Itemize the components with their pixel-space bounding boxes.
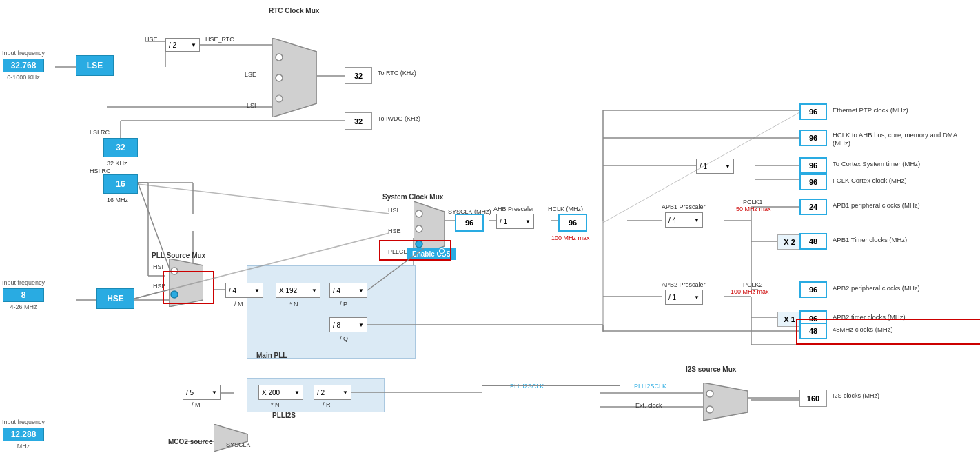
pll-q-label: / Q [340,335,348,342]
svg-point-70 [706,406,713,413]
plli2s-m-label: / M [192,401,201,408]
ext-clock-label: Ext. clock [635,402,662,409]
chevron-down-icon: ▼ [358,288,364,294]
chevron-down-icon: ▼ [312,288,317,294]
svg-marker-65 [169,259,203,307]
mco2-sysclk-label: SYSCLK [226,441,251,448]
pll-src-hse: HSE [153,283,166,290]
svg-line-81 [138,184,389,214]
pll-n-label: * N [289,301,298,308]
plli2sclk-line [482,385,620,386]
hse-rtc-label: HSE_RTC [205,36,234,43]
lse-freq-label: Input frequency [2,50,45,57]
hsi-rc-freq: 16 MHz [107,197,128,203]
svg-line-76 [134,290,170,299]
chevron-down-icon: ▼ [294,390,300,396]
rtc-mux-svg [272,38,317,117]
svg-point-64 [416,241,422,248]
svg-point-59 [276,74,283,81]
pll-m-selector[interactable]: / 4 ▼ [225,283,263,298]
apb1-prescaler-selector[interactable]: / 4 ▼ [665,212,703,228]
svg-point-60 [276,95,283,102]
apb1-timer-desc: APB1 Timer clocks (MHz) [833,236,907,243]
enable-css-button[interactable]: Enable CSS [407,248,456,260]
i2s-mux-svg [703,383,748,421]
hse-freq-value[interactable]: 8 [3,288,44,302]
apb1-timer-output: 48 [799,233,827,250]
i2s-freq-value[interactable]: 12.288 [3,428,44,441]
hclk-label: HCLK (MHz) [548,205,583,212]
cortex-system-output: 96 [799,157,827,174]
cortex-div-selector[interactable]: / 1 ▼ [696,159,734,174]
hclk-ahb-desc: HCLK to AHB bus, core, memory and DMA (M… [833,131,970,148]
pllclk-radio[interactable] [438,247,446,255]
fclk-output: 96 [799,174,827,190]
hse-freq-label: Input frequency [2,279,45,287]
pll-source-mux-block [169,259,203,307]
apb2-timer-desc: APB2 timer clocks (MHz) [833,313,906,321]
clock-diagram: Input frequency 32.768 0-1000 KHz Input … [0,0,980,462]
apb2-pclk2-output: 96 [799,281,827,298]
apb2-timer-mult: X 1 [777,312,802,327]
rtc-hse-label: HSE [145,36,158,43]
lsi-rc-block: 32 [103,138,138,157]
rtc-mux-label: RTC Clock Mux [269,7,319,14]
rtc-output-box: 32 [345,67,372,84]
lse-freq-value[interactable]: 32.768 [3,59,44,72]
mhz48-output: 48 [799,323,827,339]
i2s-output-box: 160 [799,390,827,407]
iwdg-output-label: To IWDG (KHz) [378,115,420,122]
main-pll-label: Main PLL [256,352,287,359]
plli2sclk-label: PLL I2SCLK [510,383,544,390]
main-pll-area [247,265,416,359]
hse-input-freq: Input frequency 8 4-26 MHz [2,279,45,310]
rtc-lse-label: LSE [245,71,256,78]
i2s-mux-block [703,383,748,421]
pclk2-label: PCLK2 [743,281,763,288]
pll-p-label: / P [340,301,347,308]
lsi-rc-freq: 32 KHz [107,160,127,167]
plli2s-r-selector[interactable]: / 2 ▼ [314,385,351,400]
svg-point-66 [171,268,178,274]
hclk-max: 100 MHz max [551,234,590,241]
iwdg-output-box: 32 [345,112,372,130]
pll-src-hsi: HSI [153,263,163,270]
lse-block[interactable]: LSE [76,55,114,76]
i2s-freq-label: Input frequency [2,419,45,426]
chevron-down-icon: ▼ [694,294,700,301]
ahb-prescaler-selector[interactable]: / 1 ▼ [496,214,534,229]
pll-source-mux-svg [169,259,203,307]
svg-point-58 [276,54,283,61]
apb2-prescaler-selector[interactable]: / 1 ▼ [665,290,703,305]
apb1-pclk1-desc: APB1 peripheral clocks (MHz) [833,201,920,209]
i2s-input-freq: Input frequency 12.288 MHz [2,419,45,450]
apb1-timer-mult: X 2 [777,234,802,250]
mhz48-desc: 48MHz clocks (MHz) [833,325,893,333]
plli2s-m-selector[interactable]: / 5 ▼ [183,385,221,400]
plli2s-r-label: / R [323,401,331,408]
pll-n-selector[interactable]: X 192 ▼ [276,283,320,298]
apb1-prescaler-label: APB1 Prescaler [662,203,706,210]
hclk-value-box: 96 [558,214,587,232]
plli2s-n-selector[interactable]: X 200 ▼ [258,385,303,400]
i2s-freq-range: MHz [17,443,30,450]
rtc-mux-block [272,38,317,117]
hsi-rc-block: 16 [103,174,138,194]
lsi-rc-label: LSI RC [90,129,110,136]
lse-input-freq: Input frequency 32.768 0-1000 KHz [2,50,45,81]
i2s-mux-label: I2S source Mux [686,365,736,373]
system-mux-label: System Clock Mux [382,193,443,201]
pll-q-selector[interactable]: / 8 ▼ [329,317,367,332]
ethernet-output: 96 [799,103,827,120]
fclk-desc: FCLK Cortex clock (MHz) [833,177,907,184]
chevron-down-icon: ▼ [358,322,364,328]
plli2s-label: PLLI2S [272,412,296,419]
hse-rtc-div-selector[interactable]: / 2 ▼ [165,38,200,52]
pll-m-label: / M [234,301,243,308]
hse-block[interactable]: HSE [96,288,134,309]
chevron-down-icon: ▼ [254,288,260,294]
svg-point-67 [171,291,178,298]
apb2-prescaler-label: APB2 Prescaler [662,281,706,288]
pll-p-selector[interactable]: / 4 ▼ [329,283,367,298]
svg-point-62 [416,210,422,217]
